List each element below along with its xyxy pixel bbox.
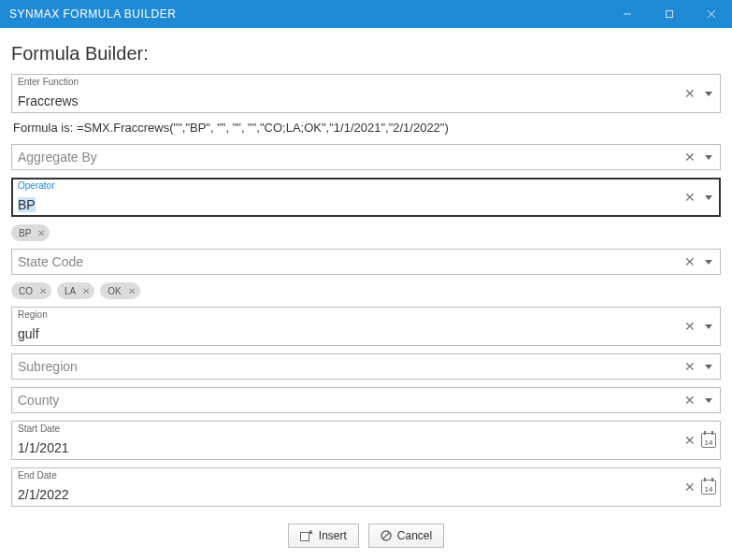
end-date-field[interactable]: End Date 2/1/2022 ✕ 14 xyxy=(11,467,721,507)
clear-icon[interactable]: ✕ xyxy=(681,81,699,106)
operator-value: BP xyxy=(12,179,681,216)
county-field[interactable]: County ✕ xyxy=(11,387,721,413)
aggregate-by-placeholder: Aggregate By xyxy=(12,145,681,169)
chip-ok: OK ✕ xyxy=(100,282,139,299)
clear-icon[interactable]: ✕ xyxy=(681,354,699,379)
chip-label: CO xyxy=(19,286,33,296)
formula-prefix: Formula is: xyxy=(13,121,77,135)
enter-function-value: Fraccrews xyxy=(12,75,681,112)
state-chips: CO ✕ LA ✕ OK ✕ xyxy=(11,282,721,299)
clear-icon[interactable]: ✕ xyxy=(681,185,699,209)
chevron-down-icon[interactable] xyxy=(699,145,718,169)
close-icon[interactable]: ✕ xyxy=(36,284,50,297)
cancel-button[interactable]: Cancel xyxy=(368,524,444,548)
operator-field[interactable]: Operator BP ✕ xyxy=(11,178,721,217)
chevron-down-icon[interactable] xyxy=(699,250,718,274)
formula-display: Formula is: =SMX.Fraccrews("","BP", "", … xyxy=(13,121,719,135)
clear-icon[interactable]: ✕ xyxy=(681,250,699,274)
formula-string: =SMX.Fraccrews("","BP", "", "", "","CO;L… xyxy=(77,121,449,135)
region-value: gulf xyxy=(12,308,681,345)
subregion-field[interactable]: Subregion ✕ xyxy=(11,353,721,380)
county-placeholder: County xyxy=(12,388,681,412)
calendar-icon[interactable]: 14 xyxy=(699,428,718,452)
close-icon[interactable]: ✕ xyxy=(125,284,138,297)
state-code-field[interactable]: State Code ✕ xyxy=(11,249,721,275)
chip-co: CO ✕ xyxy=(11,282,51,299)
insert-button[interactable]: Insert xyxy=(288,524,359,548)
content-area: Formula Builder: Enter Function Fraccrew… xyxy=(0,28,732,559)
chip-label: OK xyxy=(108,286,121,296)
end-date-value: 2/1/2022 xyxy=(12,468,681,506)
chevron-down-icon[interactable] xyxy=(699,185,718,209)
subregion-placeholder: Subregion xyxy=(12,354,681,379)
chevron-down-icon[interactable] xyxy=(699,314,718,338)
clear-icon[interactable]: ✕ xyxy=(681,428,699,452)
page-title: Formula Builder: xyxy=(11,43,721,65)
close-icon[interactable]: ✕ xyxy=(35,226,48,239)
titlebar: SYNMAX FORMULA BUILDER xyxy=(0,0,732,28)
cancel-icon xyxy=(380,530,392,541)
cancel-label: Cancel xyxy=(397,529,432,542)
close-button[interactable] xyxy=(690,0,732,28)
chip-label: BP xyxy=(19,228,31,238)
svg-line-7 xyxy=(382,533,389,539)
button-row: Insert Cancel xyxy=(11,524,721,548)
minimize-button[interactable] xyxy=(606,0,648,28)
start-date-value: 1/1/2021 xyxy=(12,422,681,459)
chip-la: LA ✕ xyxy=(57,282,94,299)
window-controls xyxy=(606,0,732,28)
region-field[interactable]: Region gulf ✕ xyxy=(11,307,721,346)
svg-rect-1 xyxy=(666,11,672,18)
chevron-down-icon[interactable] xyxy=(699,354,718,379)
chevron-down-icon[interactable] xyxy=(699,388,718,412)
clear-icon[interactable]: ✕ xyxy=(681,145,699,169)
close-icon[interactable]: ✕ xyxy=(79,284,93,297)
chip-label: LA xyxy=(65,286,76,296)
titlebar-text: SYNMAX FORMULA BUILDER xyxy=(9,7,606,21)
calendar-icon[interactable]: 14 xyxy=(699,475,718,499)
chevron-down-icon[interactable] xyxy=(699,81,718,106)
svg-rect-4 xyxy=(300,533,309,541)
maximize-button[interactable] xyxy=(648,0,690,28)
state-code-placeholder: State Code xyxy=(12,250,681,274)
operator-chips: BP ✕ xyxy=(11,224,721,241)
clear-icon[interactable]: ✕ xyxy=(681,475,699,499)
insert-icon xyxy=(300,530,313,541)
chip-bp: BP ✕ xyxy=(11,224,50,241)
clear-icon[interactable]: ✕ xyxy=(681,314,699,338)
enter-function-field[interactable]: Enter Function Fraccrews ✕ xyxy=(11,74,721,113)
insert-label: Insert xyxy=(319,529,347,542)
start-date-field[interactable]: Start Date 1/1/2021 ✕ 14 xyxy=(11,421,721,460)
clear-icon[interactable]: ✕ xyxy=(681,388,699,412)
aggregate-by-field[interactable]: Aggregate By ✕ xyxy=(11,144,721,170)
